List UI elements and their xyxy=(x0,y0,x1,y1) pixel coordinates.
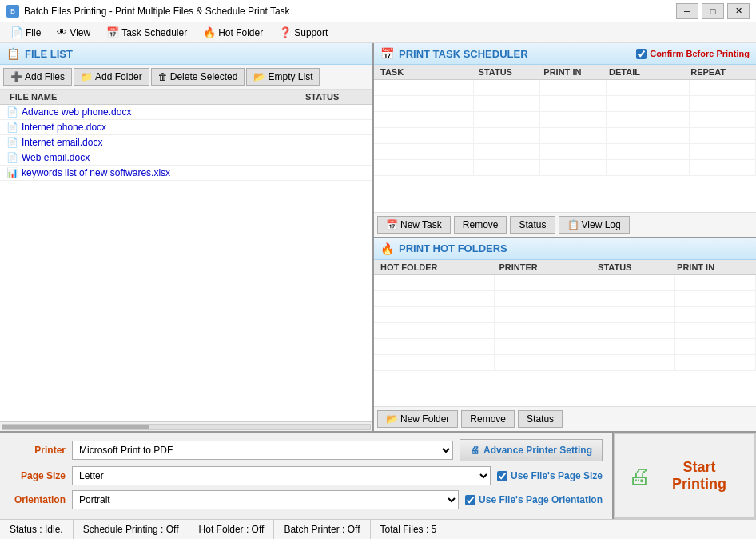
scrollbar-track xyxy=(2,424,371,430)
docx-icon: 📄 xyxy=(6,137,18,148)
title-bar-left: B Batch Files Printing - Print Multiple … xyxy=(6,5,290,18)
table-row xyxy=(374,96,756,112)
table-row[interactable]: 📄 Web email.docx xyxy=(0,150,372,166)
page-size-row: Page Size Letter A4 Use File's Page Size xyxy=(10,466,603,485)
file-name: Internet email.docx xyxy=(22,137,102,148)
file-status xyxy=(302,152,366,163)
file-status-column-header: STATUS xyxy=(302,92,366,102)
file-menu-icon: 📄 xyxy=(10,26,23,38)
schedule-printing-status: Schedule Printing : Off xyxy=(74,520,189,539)
task-status-button[interactable]: Status xyxy=(510,216,555,234)
hotfolder-print-in-column: PRINT IN xyxy=(674,262,753,272)
orientation-select[interactable]: Portrait Landscape xyxy=(72,490,459,509)
close-button[interactable]: ✕ xyxy=(727,3,750,19)
table-row xyxy=(374,160,756,176)
maximize-button[interactable]: □ xyxy=(702,3,724,19)
file-name: keywords list of new softwares.xlsx xyxy=(22,167,170,178)
page-size-checkbox[interactable] xyxy=(497,471,507,481)
batch-printer-status: Batch Printer : Off xyxy=(274,520,370,539)
table-row[interactable]: 📄 Internet email.docx xyxy=(0,135,372,150)
new-task-icon: 📅 xyxy=(386,219,398,230)
docx-icon: 📄 xyxy=(6,106,18,118)
advance-printer-setting-button[interactable]: 🖨 Advance Printer Setting xyxy=(460,439,603,461)
file-table: FILE NAME STATUS 📄 Advance web phone.doc… xyxy=(0,90,372,421)
add-files-label: Add Files xyxy=(25,71,65,82)
view-log-label: View Log xyxy=(582,219,621,230)
new-task-button[interactable]: 📅 New Task xyxy=(377,216,451,234)
empty-list-icon: 📂 xyxy=(253,71,265,82)
menu-item-task-scheduler[interactable]: 📅 Task Scheduler xyxy=(99,24,194,41)
orientation-checkbox-text: Use File's Page Orientation xyxy=(479,494,603,505)
orientation-checkbox-label[interactable]: Use File's Page Orientation xyxy=(465,494,603,505)
add-folder-icon: 📁 xyxy=(81,71,93,82)
folder-status-button[interactable]: Status xyxy=(518,410,563,428)
add-folder-label: Add Folder xyxy=(95,71,142,82)
bottom-left-controls: Printer Microsoft Print to PDF Adobe PDF… xyxy=(0,433,612,519)
horizontal-scrollbar[interactable] xyxy=(0,421,372,431)
table-row xyxy=(374,128,756,144)
add-folder-button[interactable]: 📁 Add Folder xyxy=(74,68,149,86)
page-size-checkbox-label[interactable]: Use File's Page Size xyxy=(497,470,603,481)
add-files-button[interactable]: ➕ Add Files xyxy=(3,68,72,86)
bottom-controls: Printer Microsoft Print to PDF Adobe PDF… xyxy=(0,431,756,519)
delete-selected-button[interactable]: 🗑 Delete Selected xyxy=(151,68,245,86)
folder-remove-button[interactable]: Remove xyxy=(461,410,515,428)
new-folder-icon: 📂 xyxy=(386,413,398,425)
status-bar: Status : Idle. Schedule Printing : Off H… xyxy=(0,519,756,539)
hotfolder-table-header: HOT FOLDER PRINTER STATUS PRINT IN xyxy=(374,260,756,275)
app-icon: B xyxy=(6,5,19,18)
printer-select[interactable]: Microsoft Print to PDF Adobe PDF Default… xyxy=(72,441,453,460)
support-label: Support xyxy=(294,27,328,38)
confirm-before-printing[interactable]: Confirm Before Printing xyxy=(636,49,750,59)
minimize-button[interactable]: ─ xyxy=(676,3,698,19)
file-name-cell: 📄 Internet email.docx xyxy=(6,137,302,148)
file-list-header: 📋 FILE LIST xyxy=(0,43,372,65)
empty-list-button[interactable]: 📂 Empty List xyxy=(246,68,320,86)
confirm-checkbox-input[interactable] xyxy=(636,49,647,59)
delete-selected-label: Delete Selected xyxy=(170,71,238,82)
hotfolder-status-column: STATUS xyxy=(595,262,674,272)
print-hot-folders-section: 🔥 PRINT HOT FOLDERS HOT FOLDER PRINTER S… xyxy=(374,238,756,432)
file-list-body: 📄 Advance web phone.docx 📄 Internet phon… xyxy=(0,105,372,419)
table-row xyxy=(374,339,756,355)
scrollbar-thumb[interactable] xyxy=(2,425,149,429)
page-size-checkbox-text: Use File's Page Size xyxy=(511,470,603,481)
folder-remove-label: Remove xyxy=(470,413,506,425)
title-bar-controls: ─ □ ✕ xyxy=(676,3,750,19)
table-row[interactable]: 📄 Internet phone.docx xyxy=(0,120,372,135)
menu-item-support[interactable]: ❓ Support xyxy=(272,24,335,41)
table-row xyxy=(374,80,756,96)
menu-item-hot-folder[interactable]: 🔥 Hot Folder xyxy=(196,24,270,41)
file-name: Web email.docx xyxy=(22,152,90,163)
task-remove-button[interactable]: Remove xyxy=(454,216,507,234)
table-row[interactable]: 📄 Advance web phone.docx xyxy=(0,105,372,120)
title-bar: B Batch Files Printing - Print Multiple … xyxy=(0,0,756,22)
empty-list-label: Empty List xyxy=(268,71,312,82)
file-name: Internet phone.docx xyxy=(22,122,106,133)
hotfolder-table-body xyxy=(374,275,756,407)
table-row xyxy=(374,112,756,128)
hot-folder-menu-label: Hot Folder xyxy=(218,27,263,38)
file-list-header-icon: 📋 xyxy=(6,47,20,60)
printer-row: Printer Microsoft Print to PDF Adobe PDF… xyxy=(10,439,603,461)
table-row xyxy=(374,275,756,291)
xlsx-icon: 📊 xyxy=(6,167,18,178)
hotfolder-header: 🔥 PRINT HOT FOLDERS xyxy=(374,238,756,260)
menu-item-view[interactable]: 👁 View xyxy=(50,24,97,41)
page-size-select[interactable]: Letter A4 xyxy=(72,466,491,485)
support-icon: ❓ xyxy=(279,26,292,38)
menu-item-file[interactable]: 📄 File xyxy=(3,24,48,41)
menu-bar: 📄 File 👁 View 📅 Task Scheduler 🔥 Hot Fol… xyxy=(0,22,756,43)
task-remove-label: Remove xyxy=(463,219,499,230)
view-log-button[interactable]: 📋 View Log xyxy=(559,216,630,234)
hot-folder-menu-icon: 🔥 xyxy=(203,26,216,38)
hotfolder-footer: 📂 New Folder Remove Status xyxy=(374,406,756,431)
main-layout: 📋 FILE LIST ➕ Add Files 📁 Add Folder 🗑 D… xyxy=(0,43,756,431)
start-printing-button[interactable]: 🖨 Start Printing xyxy=(614,433,756,519)
orientation-checkbox[interactable] xyxy=(465,495,475,505)
start-print-label: Start Printing xyxy=(657,459,742,493)
file-menu-label: File xyxy=(26,27,41,38)
file-list-toolbar: ➕ Add Files 📁 Add Folder 🗑 Delete Select… xyxy=(0,65,372,90)
table-row[interactable]: 📊 keywords list of new softwares.xlsx xyxy=(0,166,372,181)
new-folder-button[interactable]: 📂 New Folder xyxy=(377,410,458,428)
